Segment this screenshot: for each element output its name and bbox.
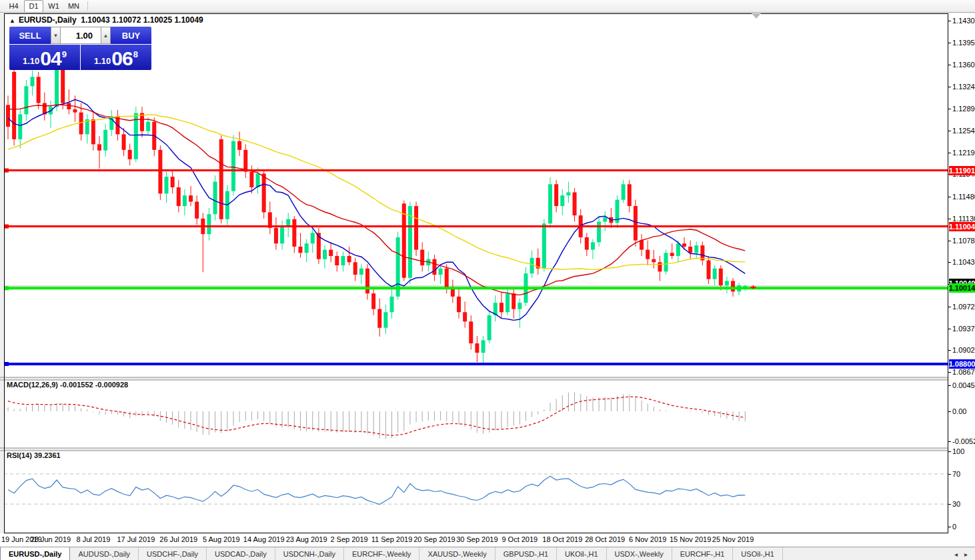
tab-scroll-right-icon[interactable]: ▸ (961, 551, 971, 558)
chart-tab-eurchf-weekly[interactable]: EURCHF-,Weekly (344, 547, 419, 560)
macd-label: MACD(12,26,9) -0.001552 -0.000928 (7, 381, 128, 389)
date-axis[interactable]: 19 Jun 201928 Jun 20198 Jul 201917 Jul 2… (0, 533, 975, 547)
rsi-label: RSI(14) 39.2361 (7, 451, 61, 459)
date-tick: 23 Aug 2019 (286, 535, 327, 543)
rsi-tick: 70 (948, 469, 975, 479)
ohlc-values: 1.10043 1.10072 1.10025 1.10049 (81, 15, 203, 25)
hline-handle-support-blue[interactable] (5, 362, 9, 366)
macd-tick: 0.00 (948, 407, 975, 416)
chart-tab-xauusd-weekly[interactable]: XAUUSD-,Weekly (419, 547, 495, 560)
chart-tab-ukoil-h1[interactable]: UKOil-,H1 (557, 547, 607, 560)
hline-handle-resistance-upper[interactable] (5, 169, 9, 173)
price-tick: 1.12890 (948, 104, 975, 113)
price-tick: 1.08670 (948, 367, 975, 377)
rsi-tick: 100 (948, 447, 975, 456)
pane-separator[interactable] (0, 448, 975, 451)
date-tick: 28 Oct 2019 (585, 535, 625, 543)
chart-title: ▲EURUSD-,Daily 1.10043 1.10072 1.10025 1… (9, 15, 203, 25)
date-tick: 8 Jul 2019 (76, 535, 110, 543)
one-click-trade-panel: SELL ▼ ▲ BUY 1.10049 1.10068 (9, 27, 151, 70)
chart-tab-usdx-weekly[interactable]: USDX-,Weekly (607, 547, 672, 560)
hline-price-tag-resistance-lower: 1.11004 (949, 222, 975, 231)
price-tick: 1.13600 (948, 60, 975, 69)
price-tick: 1.13950 (948, 38, 975, 47)
date-tick: 18 Oct 2019 (542, 535, 582, 543)
pane-separator[interactable] (0, 377, 975, 380)
tab-scroll-left-icon[interactable]: ◂ (951, 551, 961, 558)
sell-price-prefix: 1.10 (23, 55, 39, 68)
price-tick: 1.10430 (948, 257, 975, 267)
date-tick: 5 Aug 2019 (203, 535, 240, 543)
chart-tabbar: EURUSD-,DailyAUDUSD-,DailyUSDCHF-,DailyU… (0, 547, 975, 560)
hline-handle-resistance-lower[interactable] (5, 225, 9, 229)
hline-price-tag-resistance-upper: 1.11901 (949, 166, 975, 175)
date-tick: 2 Sep 2019 (330, 535, 367, 543)
rsi-tick: 30 (948, 499, 975, 509)
date-tick: 14 Aug 2019 (243, 535, 285, 543)
sell-price-big: 04 (40, 49, 61, 68)
buy-price-prefix: 1.10 (94, 55, 111, 68)
hline-price-tag-support-blue: 1.08800 (949, 359, 975, 369)
chart-tab-gbpusd-h1[interactable]: GBPUSD-,H1 (496, 547, 557, 560)
date-tick: 26 Jul 2019 (159, 535, 197, 543)
date-tick: 9 Oct 2019 (502, 535, 538, 543)
volume-input[interactable] (61, 27, 101, 44)
price-tick: 1.14300 (948, 16, 975, 25)
price-tick: 1.13240 (948, 82, 975, 91)
chart-shift-marker-icon[interactable] (752, 13, 761, 19)
date-tick: 30 Sep 2019 (456, 535, 498, 543)
symbol-period-label: EURUSD-,Daily (19, 15, 77, 25)
chart-tab-eurusd-daily[interactable]: EURUSD-,Daily (0, 547, 70, 560)
price-tick: 1.12190 (948, 148, 975, 157)
sell-button[interactable]: SELL (9, 27, 51, 44)
buy-button[interactable]: BUY (111, 27, 151, 44)
macd-tick: -0.005205 (948, 437, 975, 446)
sell-price-button[interactable]: 1.10049 (9, 45, 80, 70)
collapse-arrow-icon[interactable]: ▲ (9, 17, 15, 24)
price-tick: 1.11480 (948, 192, 975, 201)
macd-tick: 0.004536 (948, 381, 975, 390)
hline-handle-support-green[interactable] (5, 286, 9, 290)
price-tick: 1.12540 (948, 126, 975, 135)
chart-tab-eurchf-h1[interactable]: EURCHF-,H1 (672, 547, 734, 560)
date-tick: 6 Nov 2019 (629, 535, 666, 543)
chart-canvas[interactable] (0, 0, 975, 547)
chart-tab-usoil-h1[interactable]: USOil-,H1 (733, 547, 783, 560)
date-tick: 11 Sep 2019 (371, 535, 413, 543)
volume-decrease-button[interactable]: ▼ (51, 27, 61, 44)
date-tick: 28 Jun 2019 (31, 535, 71, 543)
date-tick: 25 Nov 2019 (712, 535, 754, 543)
price-tick: 1.09720 (948, 302, 975, 311)
chart-tab-usdchf-daily[interactable]: USDCHF-,Daily (139, 547, 207, 560)
volume-increase-button[interactable]: ▲ (101, 27, 111, 44)
chart-tab-usdcnh-daily[interactable]: USDCNH-,Daily (275, 547, 344, 560)
price-tick: 1.10780 (948, 236, 975, 245)
tab-scroll-controls: ◂▸ (951, 547, 975, 560)
date-tick: 15 Nov 2019 (670, 535, 711, 543)
buy-price-big: 06 (111, 49, 132, 68)
buy-price-pipette: 8 (133, 45, 138, 65)
date-tick: 17 Jul 2019 (117, 535, 155, 543)
price-tick: 1.09020 (948, 345, 975, 355)
chart-tab-audusd-daily[interactable]: AUDUSD-,Daily (70, 547, 139, 560)
hline-price-tag-support-green: 1.10014 (949, 283, 975, 293)
price-axis[interactable]: 1.143001.139501.136001.132401.128901.125… (948, 13, 975, 533)
sell-price-pipette: 9 (62, 45, 67, 65)
rsi-tick: 0 (948, 522, 975, 531)
date-tick: 20 Sep 2019 (413, 535, 455, 543)
buy-price-button[interactable]: 1.10068 (81, 45, 151, 70)
price-tick: 1.09370 (948, 324, 975, 333)
chart-tab-usdcad-daily[interactable]: USDCAD-,Daily (207, 547, 275, 560)
